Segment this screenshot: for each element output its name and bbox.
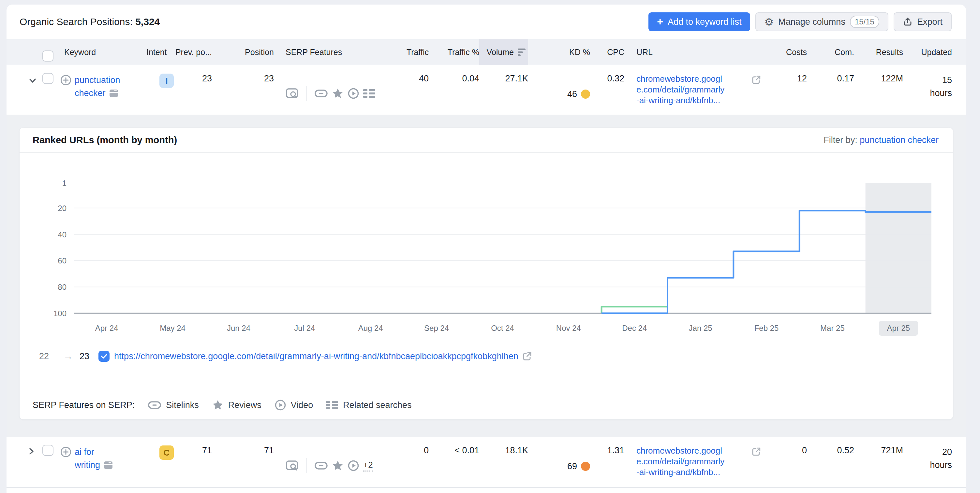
legend-item-reviews: Reviews	[212, 399, 261, 411]
page-title-label: Organic Search Positions:	[19, 16, 133, 27]
cpc-cell: 1.31	[590, 437, 624, 487]
expand-row-button[interactable]	[26, 437, 42, 487]
column-header-volume[interactable]: Volume	[479, 40, 528, 65]
manage-columns-count-badge: 15/15	[850, 16, 879, 28]
keyword-line-1: punctuation	[60, 74, 145, 87]
column-header-com[interactable]: Com.	[807, 40, 854, 65]
video-icon	[275, 399, 286, 411]
export-button[interactable]: Export	[894, 13, 951, 31]
prev-position-cell: 23	[179, 65, 212, 115]
toolbar: + Add to keyword list ⚙ Manage columns 1…	[648, 13, 951, 31]
add-keyword-icon[interactable]	[60, 446, 72, 458]
external-link-icon[interactable]	[751, 447, 761, 457]
gear-icon: ⚙	[765, 17, 774, 27]
row-checkbox-cell	[42, 437, 60, 487]
external-link-icon[interactable]	[522, 351, 532, 361]
row-checkbox-cell	[42, 65, 60, 115]
position-cell: 23	[212, 65, 274, 115]
filter-by-keyword-link[interactable]: punctuation checker	[860, 135, 939, 145]
collapse-row-button[interactable]	[26, 65, 42, 115]
svg-text:Nov 24: Nov 24	[556, 324, 581, 333]
kd-difficulty-dot	[581, 462, 590, 471]
video-icon	[348, 87, 359, 99]
reviews-star-icon	[332, 87, 344, 99]
position-cell: 71	[212, 437, 274, 487]
serp-snapshot-icon[interactable]	[103, 460, 113, 470]
svg-text:Feb 25: Feb 25	[754, 324, 779, 333]
svg-text:Jan 25: Jan 25	[689, 324, 712, 333]
url-cell: chromewebstore.googl e.com/detail/gramma…	[624, 437, 761, 487]
manage-columns-label: Manage columns	[778, 17, 845, 27]
svg-text:100: 100	[54, 309, 67, 318]
manage-columns-button[interactable]: ⚙ Manage columns 15/15	[756, 13, 888, 31]
column-header-kd[interactable]: KD %	[528, 40, 590, 65]
filter-by: Filter by: punctuation checker	[824, 135, 939, 145]
column-header-serp-features[interactable]: SERP Features	[274, 40, 385, 65]
column-header-cpc[interactable]: CPC	[590, 40, 624, 65]
traffic-pct-cell: 0.04	[429, 65, 479, 115]
results-cell: 721M	[854, 437, 903, 487]
column-header-results[interactable]: Results	[854, 40, 903, 65]
export-label: Export	[917, 17, 942, 27]
export-icon	[903, 17, 913, 27]
serp-snapshot-icon[interactable]	[109, 88, 119, 98]
column-header-costs[interactable]: Costs	[761, 40, 807, 65]
url-link[interactable]: chromewebstore.googl e.com/detail/gramma…	[636, 445, 748, 487]
kd-cell: 69	[528, 437, 590, 487]
previous-position: 22	[39, 351, 49, 361]
serp-preview-icon[interactable]	[286, 459, 299, 472]
header-expander	[26, 40, 42, 65]
title-bar: Organic Search Positions: 5,324 + Add to…	[6, 5, 966, 39]
select-all-checkbox[interactable]	[42, 51, 54, 62]
url-visibility-checkbox[interactable]	[99, 351, 110, 362]
svg-text:60: 60	[58, 256, 67, 265]
table-row: ai for writing C 71 71	[6, 437, 966, 488]
video-icon	[348, 460, 359, 471]
kd-difficulty-dot	[581, 90, 590, 99]
column-header-traffic-pct[interactable]: Traffic %	[429, 40, 479, 65]
column-header-keyword[interactable]: Keyword	[60, 40, 145, 65]
chevron-down-icon	[29, 78, 37, 83]
svg-text:40: 40	[58, 230, 67, 239]
reviews-star-icon	[212, 399, 224, 411]
column-header-url[interactable]: URL	[624, 40, 761, 65]
row-checkbox[interactable]	[42, 73, 54, 84]
intent-cell: I	[145, 65, 179, 115]
svg-text:Jul 24: Jul 24	[294, 324, 315, 333]
svg-text:Oct 24: Oct 24	[491, 324, 514, 333]
column-header-updated[interactable]: Updated	[903, 40, 952, 65]
current-position: 23	[80, 351, 89, 361]
prev-position-cell: 71	[179, 437, 212, 487]
kd-value: 46	[567, 89, 577, 99]
ranked-url-link[interactable]: https://chromewebstore.google.com/detail…	[114, 351, 519, 361]
column-header-traffic[interactable]: Traffic	[385, 40, 429, 65]
intent-badge-commercial: C	[159, 445, 174, 460]
serp-features-cell	[274, 65, 385, 115]
svg-text:Aug 24: Aug 24	[358, 324, 383, 333]
keyword-link[interactable]: ai for	[75, 445, 94, 458]
more-serp-features-link[interactable]: +2	[363, 460, 373, 471]
serp-preview-icon[interactable]	[286, 87, 299, 100]
keyword-link[interactable]: writing	[75, 458, 100, 471]
column-header-position[interactable]: Position	[212, 40, 274, 65]
filter-by-label: Filter by:	[824, 135, 858, 145]
external-link-icon[interactable]	[751, 75, 761, 85]
column-header-intent[interactable]: Intent	[145, 40, 179, 65]
legend-item-related-searches: Related searches	[326, 400, 411, 410]
add-keyword-icon[interactable]	[60, 75, 72, 86]
volume-cell: 18.1K	[479, 437, 528, 487]
keyword-link[interactable]: punctuation	[75, 74, 120, 87]
row-checkbox[interactable]	[42, 445, 54, 456]
url-link[interactable]: chromewebstore.googl e.com/detail/gramma…	[636, 74, 748, 115]
related-searches-icon	[363, 88, 375, 99]
svg-text:Dec 24: Dec 24	[622, 324, 647, 333]
costs-cell: 12	[761, 65, 807, 115]
svg-text:Apr 24: Apr 24	[95, 324, 118, 333]
column-header-prev-pos[interactable]: Prev. po...	[179, 40, 212, 65]
costs-cell: 0	[761, 437, 807, 487]
check-icon	[100, 353, 108, 359]
reviews-star-icon	[332, 460, 344, 471]
add-to-keyword-list-button[interactable]: + Add to keyword list	[648, 13, 750, 31]
keyword-link[interactable]: checker	[75, 87, 106, 100]
sitelinks-icon	[314, 89, 328, 98]
